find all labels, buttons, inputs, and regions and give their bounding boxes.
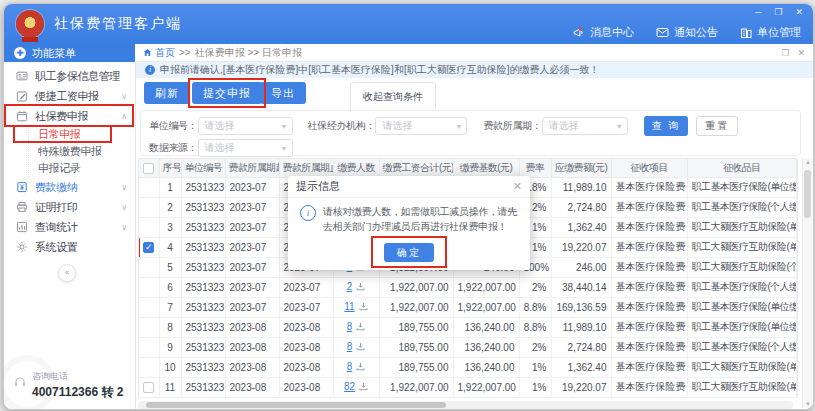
titlebar-menu-item[interactable]: 消息中心	[572, 25, 634, 40]
sidebar-item-5[interactable]: 证明打印 ∨	[4, 197, 135, 217]
sidebar-item-4[interactable]: 费款缴纳 ∨	[4, 177, 135, 197]
screenshot-stage: 社保费管理客户端 ─ ❐ ✕ 消息中心通知公告单位管理 ✚ 功能菜单 首页 >>…	[0, 0, 815, 411]
breadcrumb-home[interactable]: 首页	[143, 46, 175, 60]
download-icon[interactable]	[359, 382, 368, 393]
reset-button[interactable]: 重置	[696, 116, 738, 136]
envelope-icon	[656, 27, 669, 38]
main-panel: i 申报前请确认,[基本医疗保险费]中[职工基本医疗保险]和[职工大额医疗互助保…	[136, 62, 813, 409]
unit-no-select[interactable]: 请选择▼	[198, 117, 293, 135]
tax-emblem-logo	[16, 10, 44, 38]
sidebar-item-2[interactable]: 便捷工资申报 ∨	[4, 86, 135, 106]
id-card-icon	[16, 70, 28, 82]
payer-count-link[interactable]: 2	[347, 281, 353, 292]
chevron-down-icon: ▼	[455, 123, 462, 130]
payer-count-link[interactable]: 8	[347, 341, 353, 352]
titlebar-menu-item[interactable]: 通知公告	[656, 25, 718, 40]
submit-declaration-button[interactable]: 提交申报	[192, 82, 262, 104]
chevron-up-icon: ∧	[121, 112, 127, 121]
menu-icon: ✚	[14, 47, 26, 59]
chevron-down-icon: ∨	[121, 183, 127, 192]
dialog-info-icon: i	[300, 205, 316, 221]
tab-close-icon[interactable]: ✕	[797, 48, 805, 58]
sidebar-collapse-button[interactable]: «	[58, 264, 76, 282]
column-header: 序号	[159, 159, 181, 177]
dialog-title: 提示信息	[296, 179, 340, 194]
payer-count-link[interactable]: 8	[347, 361, 353, 372]
scroll-up-icon[interactable]: ▲	[803, 159, 813, 165]
sidebar-subitem-日常申报[interactable]: 日常申报	[4, 126, 135, 143]
titlebar-menu: 消息中心通知公告单位管理	[572, 25, 801, 40]
column-header: 缴费人数	[333, 159, 379, 177]
chevron-down-icon: ∨	[121, 92, 127, 101]
filter-panel: 单位编号： 请选择▼ 社保经办机构： 请选择▼ 费款所属期： 请选择▼ 查 询 …	[140, 110, 801, 156]
data-source-select[interactable]: 请选择▼	[198, 139, 293, 157]
row-checkbox[interactable]	[143, 382, 154, 393]
download-icon[interactable]	[356, 362, 365, 373]
confirm-button[interactable]: 确定	[384, 243, 434, 262]
column-header: 征收项目	[611, 159, 687, 177]
minimize-icon[interactable]: ─	[755, 7, 761, 17]
sidebar-subitem-特殊缴费申报[interactable]: 特殊缴费申报	[4, 143, 135, 160]
column-header: 应缴费额(元)	[551, 159, 611, 177]
chevron-down-icon: ▼	[616, 123, 623, 130]
dialog-close-icon[interactable]: ✕	[513, 180, 522, 193]
vertical-scrollbar[interactable]: ▲ ▼	[802, 158, 813, 408]
column-header: 缴费工资合计(元)	[379, 159, 453, 177]
select-all-checkbox[interactable]	[143, 163, 154, 174]
scroll-down-icon[interactable]: ▼	[803, 401, 813, 407]
payer-count-link[interactable]: 8	[347, 321, 353, 332]
table-row: 725313232023-072023-07111,922,007.001,92…	[139, 297, 797, 317]
payer-count-link[interactable]: 11	[344, 301, 354, 312]
unit-no-label: 单位编号：	[149, 119, 198, 133]
payment-icon	[16, 181, 28, 193]
vertical-scroll-thumb[interactable]	[804, 170, 811, 218]
hotline-label: 咨询电话	[32, 370, 123, 383]
tab-restore-icon[interactable]: ❐	[781, 48, 789, 58]
table-row: 1125313232023-082023-08821,922,007.001,9…	[139, 377, 797, 397]
chart-icon	[16, 221, 28, 233]
row-checkbox[interactable]: ✓	[143, 242, 154, 253]
collapse-query-tab[interactable]: 收起查询条件	[350, 82, 436, 111]
function-menu-header: ✚ 功能菜单	[4, 44, 135, 62]
app-title: 社保费管理客户端	[54, 15, 182, 33]
table-row: 625313232023-072023-0721,922,007.001,922…	[139, 277, 797, 297]
hotline-number: 4007112366 转 2	[32, 384, 123, 401]
sub-bar: ✚ 功能菜单 首页 >> 社保费申报 >> 日常申报 ❐ ✕	[4, 44, 813, 62]
download-icon[interactable]	[356, 282, 365, 293]
column-header: 征收品目	[687, 159, 797, 177]
alert-bar: i 申报前请确认,[基本医疗保险费]中[职工基本医疗保险]和[职工大额医疗互助保…	[136, 62, 813, 78]
info-icon: i	[145, 65, 155, 75]
download-icon[interactable]	[359, 302, 368, 313]
search-button[interactable]: 查 询	[644, 116, 689, 136]
sidebar-item-7[interactable]: 系统设置	[4, 237, 135, 257]
sidebar-item-3[interactable]: 社保费申报 ∧	[4, 106, 135, 126]
prompt-dialog: 提示信息 ✕ i 请核对缴费人数，如需做职工减员操作，请先去相关部门办理减员后再…	[288, 176, 530, 270]
agency-select[interactable]: 请选择▼	[375, 117, 467, 135]
export-button[interactable]: 导出	[260, 82, 306, 104]
sidebar-subitem-申报记录[interactable]: 申报记录	[4, 160, 135, 177]
hotline: 咨询电话 4007112366 转 2	[14, 370, 123, 401]
data-source-label: 数据来源：	[149, 141, 198, 155]
sidebar-item-1[interactable]: 职工参保信息管理	[4, 66, 135, 86]
period-select[interactable]: 请选择▼	[542, 117, 628, 135]
calendar-icon	[16, 110, 28, 122]
dialog-header: 提示信息 ✕	[288, 176, 530, 198]
column-header: 缴费基数(元)	[453, 159, 519, 177]
home-icon	[143, 48, 152, 57]
download-icon[interactable]	[356, 342, 365, 353]
table-row: 925313232023-082023-088189,755.00136,240…	[139, 337, 797, 357]
dialog-message: 请核对缴费人数，如需做职工减员操作，请先去相关部门办理减员后再进行社保费申报！	[323, 205, 520, 234]
column-header: 单位编号	[181, 159, 225, 177]
maximize-icon[interactable]: ❐	[774, 7, 782, 17]
close-icon[interactable]: ✕	[795, 7, 803, 17]
sidebar: 职工参保信息管理 便捷工资申报 ∨ 社保费申报 ∧日常申报特殊缴费申报申报记录 …	[4, 62, 136, 409]
megaphone-icon	[572, 27, 585, 39]
horizontal-scrollbar[interactable]	[138, 401, 793, 409]
horizontal-scroll-thumb[interactable]	[146, 402, 446, 408]
titlebar-menu-item[interactable]: 单位管理	[740, 25, 801, 40]
refresh-button[interactable]: 刷新	[144, 82, 190, 104]
sidebar-item-6[interactable]: 查询统计 ∨	[4, 217, 135, 237]
table-row: 1025313232023-082023-088189,755.00136,24…	[139, 357, 797, 377]
download-icon[interactable]	[356, 322, 365, 333]
payer-count-link[interactable]: 82	[344, 381, 355, 392]
